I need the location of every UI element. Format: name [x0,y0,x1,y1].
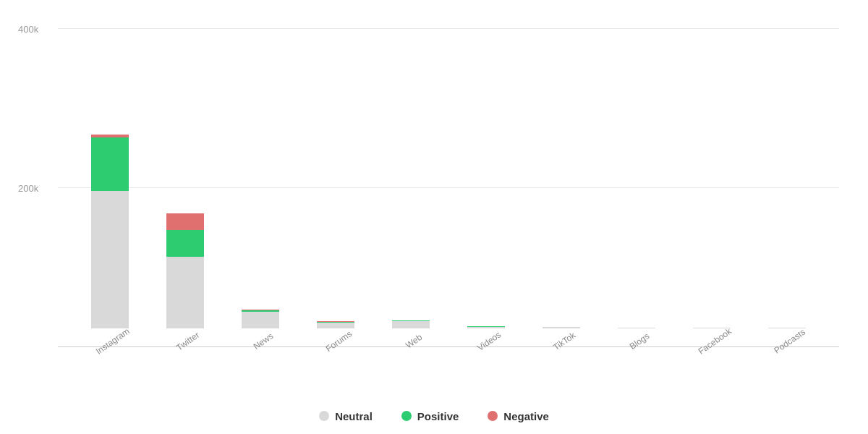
bar-group-instagram: Instagram [72,135,148,347]
bar-group-tiktok: TikTok [524,327,599,347]
bar-stack-videos [467,326,505,328]
bar-segment-tiktok-neutral [542,327,580,328]
bar-segment-twitter-positive [166,230,204,257]
bar-segment-instagram-neutral [91,191,129,328]
bar-group-blogs: Blogs [599,328,674,347]
bar-label-news: News [252,331,276,352]
bar-segment-videos-neutral [467,327,505,328]
bar-label-podcasts: Podcasts [773,327,807,356]
bars-area: InstagramTwitterNewsForumsWebVideosTikTo… [58,29,839,347]
bar-group-podcasts: Podcasts [749,328,825,347]
legend-item-negative: Negative [488,410,549,422]
bar-stack-blogs [618,328,655,328]
bar-stack-forums [317,321,354,328]
chart-container: 400k 200k InstagramTwitterNewsForumsWebV… [0,0,868,434]
bar-segment-web-neutral [392,321,430,328]
bar-group-web: Web [373,320,448,347]
bar-segment-blogs-neutral [618,328,655,328]
bar-label-forums: Forums [323,328,353,354]
legend-dot-neutral [319,411,329,421]
bar-group-twitter: Twitter [148,213,223,347]
bar-label-tiktok: TikTok [551,330,577,352]
bar-stack-news [242,310,279,328]
legend-label-positive: Positive [417,410,459,422]
chart-area: 400k 200k InstagramTwitterNewsForumsWebV… [58,29,839,347]
bar-label-instagram: Instagram [94,326,132,357]
bar-segment-forums-neutral [317,323,354,328]
legend-label-neutral: Neutral [335,410,373,422]
legend-dot-negative [488,411,498,421]
bar-label-twitter: Twitter [175,330,202,353]
bar-segment-instagram-positive [91,137,129,191]
bar-stack-instagram [91,135,129,328]
bar-group-news: News [223,310,298,347]
bar-stack-tiktok [542,327,580,328]
bar-stack-web [392,320,430,328]
legend-item-positive: Positive [401,410,459,422]
bar-label-web: Web [404,332,424,351]
bar-group-forums: Forums [298,321,373,347]
y-axis-label-200k: 200k [18,183,38,194]
bar-label-videos: Videos [475,330,503,353]
legend-item-neutral: Neutral [319,410,373,422]
bar-segment-twitter-neutral [166,257,204,328]
bar-segment-news-neutral [242,312,279,328]
legend-label-negative: Negative [503,410,549,422]
bar-group-videos: Videos [448,326,524,347]
bar-stack-twitter [166,213,204,328]
bar-segment-twitter-negative [166,213,204,230]
bar-group-facebook: Facebook [674,328,749,347]
bar-label-facebook: Facebook [696,326,733,357]
chart-legend: NeutralPositiveNegative [0,398,868,434]
y-axis-label-400k: 400k [18,24,38,35]
legend-dot-positive [401,411,412,421]
bar-label-blogs: Blogs [628,331,652,352]
